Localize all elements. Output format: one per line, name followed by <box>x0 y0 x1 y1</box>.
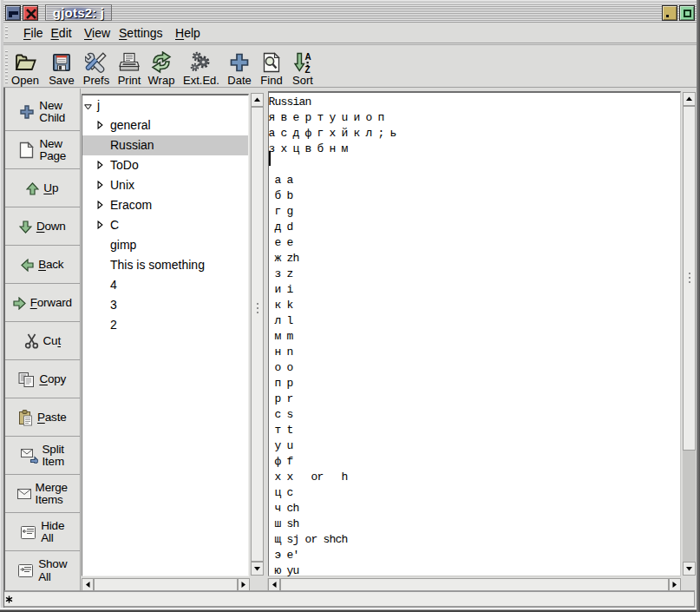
svg-text:A: A <box>305 51 311 61</box>
